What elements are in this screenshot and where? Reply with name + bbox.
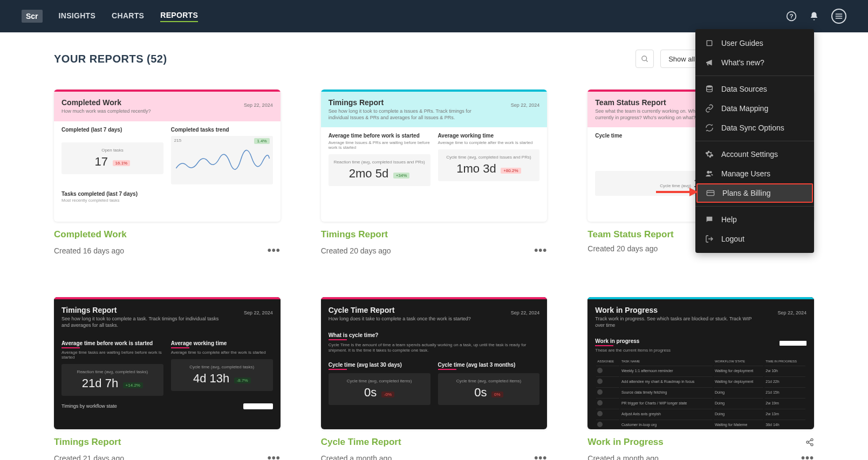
report-preview: Timings Report See how long it took to c… xyxy=(321,90,548,222)
hamburger-button[interactable] xyxy=(831,9,846,24)
preview-title: Cycle Time Report xyxy=(329,306,540,314)
svg-point-7 xyxy=(811,438,813,441)
more-button[interactable]: ••• xyxy=(801,452,814,460)
preview-badge: -8.7% xyxy=(234,377,251,383)
logo: Scr xyxy=(22,10,43,23)
svg-point-9 xyxy=(811,444,813,446)
report-card-wip[interactable]: Work in Progress Track work in progress.… xyxy=(587,297,814,460)
preview-box-value: 1mo 3d xyxy=(456,162,496,176)
table-row: Source data timely fetchingDoing21d 15h xyxy=(596,387,805,397)
more-button[interactable]: ••• xyxy=(534,452,547,460)
logout-icon xyxy=(705,235,714,243)
menu-logout[interactable]: Logout xyxy=(695,229,814,249)
preview-footer-title: Tasks completed (last 7 days) xyxy=(54,190,281,198)
more-button[interactable]: ••• xyxy=(268,452,281,460)
preview-section-title: Average working time xyxy=(438,133,540,139)
menu-label: Help xyxy=(721,215,737,224)
preview-section-title: Completed (last 7 days) xyxy=(61,127,163,133)
menu-whats-new[interactable]: What's new? xyxy=(695,53,814,72)
preview-box-value: 21d 7h xyxy=(82,376,118,390)
preview-badge: +80.2% xyxy=(501,168,521,174)
report-preview: Timings Report See how long it took to c… xyxy=(54,297,281,429)
preview-title: Timings Report xyxy=(329,98,540,107)
menu-divider xyxy=(695,75,814,76)
cycle-explain: Cycle Time is the amount of time a team … xyxy=(329,342,540,354)
report-meta: Created 20 days ago xyxy=(321,246,391,255)
menu-label: User Guides xyxy=(721,39,763,47)
col-assignee: ASSIGNEE xyxy=(596,358,619,365)
more-button[interactable]: ••• xyxy=(268,244,281,257)
preview-box-value: 17 xyxy=(95,155,108,169)
preview-chip xyxy=(243,403,273,409)
bell-icon[interactable] xyxy=(809,11,819,22)
menu-user-guides[interactable]: User Guides xyxy=(695,33,814,53)
megaphone-icon xyxy=(705,58,714,67)
preview-section-sub: Average time to complete after the work … xyxy=(171,350,273,355)
book-icon xyxy=(705,39,714,47)
menu-data-sources[interactable]: Data Sources xyxy=(695,79,814,99)
preview-title: Timings Report xyxy=(61,306,273,314)
help-icon[interactable]: ? xyxy=(786,11,797,22)
nav-reports[interactable]: REPORTS xyxy=(160,11,198,22)
table-row: Customer in-loop orgWaiting for Mateme36… xyxy=(596,420,805,429)
link-icon xyxy=(705,104,714,113)
preview-header: Work in Progress Track work in progress.… xyxy=(587,299,814,335)
app-header: Scr INSIGHTS CHARTS REPORTS ? xyxy=(0,0,868,32)
credit-card-icon xyxy=(706,189,715,197)
nav-charts[interactable]: CHARTS xyxy=(112,11,144,22)
preview-badge: -0% xyxy=(381,392,394,397)
sync-icon xyxy=(705,123,714,132)
menu-label: What's new? xyxy=(721,58,764,67)
preview-section-title: Completed tasks trend xyxy=(171,127,273,133)
svg-point-5 xyxy=(642,56,647,60)
menu-account-settings[interactable]: Account Settings xyxy=(695,145,814,164)
preview-box-label: Reaction time (avg, completed tasks) xyxy=(66,369,159,374)
svg-point-12 xyxy=(707,85,713,87)
preview-section-title: Cycle time (avg last 30 days) xyxy=(329,362,430,370)
search-button[interactable] xyxy=(635,50,654,68)
share-icon[interactable] xyxy=(805,438,814,447)
preview-subtitle: See how long it took to complete a Issue… xyxy=(329,108,487,121)
menu-data-sync[interactable]: Data Sync Options xyxy=(695,118,814,138)
preview-date: Sep 22, 2024 xyxy=(244,102,273,108)
filter-label: Show all xyxy=(668,55,695,63)
preview-badge: +34% xyxy=(393,173,410,178)
preview-section-sub: Average time Issues & PRs are waiting be… xyxy=(329,140,430,150)
menu-label: Data Sources xyxy=(721,85,767,93)
page-title: YOUR REPORTS (52) xyxy=(54,53,167,65)
header-right: ? xyxy=(786,9,846,24)
preview-header: Timings Report See how long it took to c… xyxy=(321,92,548,127)
report-card-cycle-time[interactable]: Cycle Time Report How long does it take … xyxy=(321,297,548,460)
preview-section-title: Average time before work is started xyxy=(329,133,430,139)
preview-box-value: 2mo 5d xyxy=(349,167,388,181)
preview-box-label: Cycle time (avg, completed items) xyxy=(442,379,536,383)
menu-label: Data Mapping xyxy=(721,104,768,113)
gear-icon xyxy=(705,150,714,159)
report-meta: Created a month ago xyxy=(321,454,392,461)
preview-box-label: Cycle time (avg, completed tasks) xyxy=(175,365,269,369)
menu-manage-users[interactable]: Manage Users xyxy=(695,164,814,183)
preview-subtitle: Track work in progress. See which tasks … xyxy=(595,316,754,328)
preview-subtitle: How long does it take to complete a task… xyxy=(329,316,487,322)
report-card-timings-dark[interactable]: Timings Report See how long it took to c… xyxy=(54,297,281,460)
menu-label: Data Sync Options xyxy=(721,123,784,132)
report-card-completed-work[interactable]: Completed Work How much work was complet… xyxy=(54,90,281,257)
report-title: Timings Report xyxy=(54,437,281,448)
preview-section-sub: Average time tasks are waiting before be… xyxy=(61,350,163,360)
nav-insights[interactable]: INSIGHTS xyxy=(59,11,96,22)
preview-badge: +14.2% xyxy=(123,382,143,388)
preview-section-sub: Average time to complete after the work … xyxy=(438,140,540,145)
report-meta: Created a month ago xyxy=(587,454,659,461)
more-button[interactable]: ••• xyxy=(534,244,547,257)
col-time: TIME IN PROGRESS xyxy=(764,358,805,365)
preview-header: Timings Report See how long it took to c… xyxy=(54,299,281,335)
preview-box-label: Cycle time (avg, completed items) xyxy=(333,379,426,383)
menu-help[interactable]: Help xyxy=(695,210,814,229)
report-card-timings-light[interactable]: Timings Report See how long it took to c… xyxy=(321,90,548,257)
menu-plans-billing[interactable]: Plans & Billing xyxy=(696,183,813,203)
svg-text:?: ? xyxy=(789,12,793,19)
report-title: Completed Work xyxy=(54,229,281,240)
preview-box-value: 4d 13h xyxy=(193,372,229,386)
preview-box-label: Cycle time (avg, completed Issues and PR… xyxy=(442,155,536,160)
menu-data-mapping[interactable]: Data Mapping xyxy=(695,99,814,118)
